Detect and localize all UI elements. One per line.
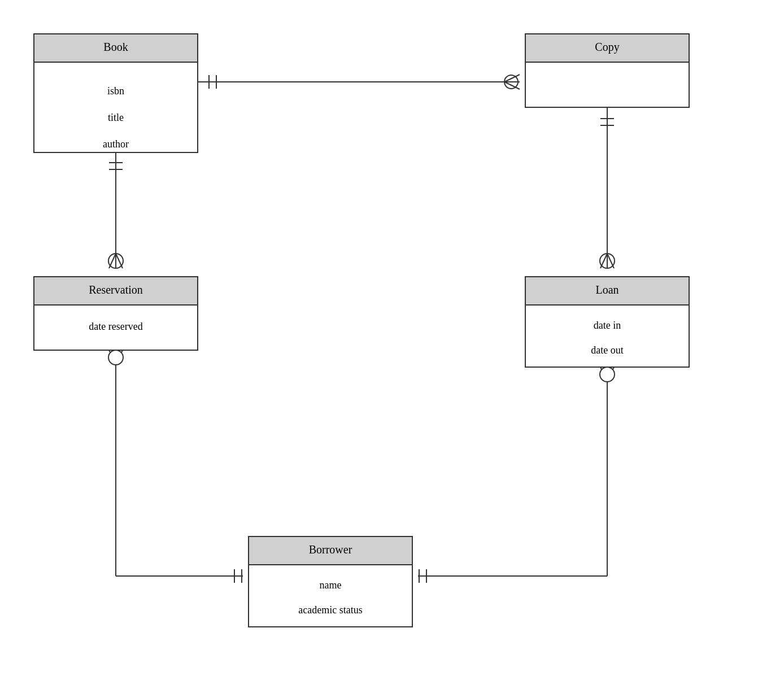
svg-rect-40 (525, 62, 689, 107)
borrower-attr-academic: academic status (298, 604, 362, 616)
reservation-title: Reservation (89, 283, 143, 296)
copy-loan-connector (600, 107, 615, 268)
reservation-attr-date: date reserved (89, 321, 142, 332)
book-title: Book (103, 41, 128, 53)
book-entity: Book isbn title author (34, 34, 198, 152)
svg-rect-44 (525, 305, 689, 367)
book-attr-author: author (103, 138, 129, 150)
svg-rect-46 (249, 565, 412, 627)
loan-entity: Loan date in date out (525, 277, 689, 367)
book-attr-title: title (108, 112, 124, 123)
book-copy-connector (198, 75, 520, 89)
borrower-title: Borrower (309, 543, 352, 556)
borrower-attr-name: name (320, 579, 342, 591)
reservation-entity: Reservation date reserved (34, 277, 198, 350)
svg-point-34 (600, 367, 615, 382)
svg-point-26 (108, 350, 123, 365)
reservation-borrower-connector (108, 350, 243, 583)
diagram-container: Book isbn title author Copy Reservation … (0, 0, 784, 698)
loan-attr-date-in: date in (594, 320, 621, 331)
copy-title: Copy (595, 41, 619, 54)
copy-entity: Copy (525, 34, 689, 107)
borrower-entity: Borrower name academic status (249, 536, 412, 627)
loan-borrower-connector (418, 367, 615, 583)
loan-title: Loan (595, 283, 619, 296)
loan-attr-date-out: date out (591, 344, 623, 356)
book-reservation-connector (108, 152, 123, 268)
book-attr-isbn: isbn (107, 85, 124, 97)
